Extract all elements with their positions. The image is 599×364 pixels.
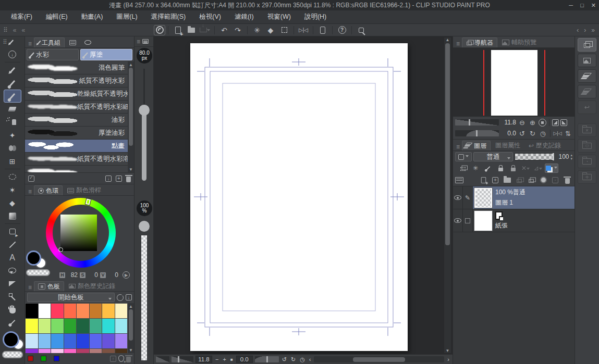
- dock-layer-property-button[interactable]: [578, 85, 596, 98]
- collapse-panel-icon[interactable]: «: [13, 27, 17, 34]
- reset-display-button[interactable]: ⇅: [564, 129, 572, 138]
- brush-list-scrollbar[interactable]: ▲ ▼: [128, 61, 134, 172]
- color-swatch[interactable]: [39, 319, 51, 333]
- color-swatch[interactable]: [26, 334, 38, 348]
- tool-blend[interactable]: [4, 142, 21, 155]
- edit-colorset-icon[interactable]: [115, 293, 125, 302]
- open-file-button[interactable]: [185, 24, 198, 36]
- scroll-down-icon[interactable]: ▼: [129, 166, 133, 172]
- import-colorset-icon[interactable]: ↓: [126, 294, 132, 300]
- tool-frame-border[interactable]: [4, 277, 21, 290]
- opacity-spinner[interactable]: ▴▾: [570, 153, 572, 161]
- menu-item[interactable]: 檢視(V): [192, 10, 228, 23]
- color-swatch[interactable]: [51, 349, 64, 353]
- color-mode-toggle-icon[interactable]: ▶: [123, 271, 130, 279]
- keep-draft-button[interactable]: [482, 164, 494, 173]
- transparent-color-chip[interactable]: [2, 351, 23, 358]
- scroll-down-icon[interactable]: ▼: [129, 347, 133, 353]
- color-swatch[interactable]: [51, 334, 64, 348]
- color-swatch[interactable]: [64, 319, 77, 333]
- dock-layer-button[interactable]: [578, 69, 596, 83]
- layer-visibility-toggle[interactable]: [453, 209, 463, 232]
- tool-text[interactable]: A: [4, 251, 21, 264]
- zoom-mini-slider[interactable]: [156, 356, 169, 362]
- dock-sub-view-button[interactable]: [578, 54, 596, 67]
- scroll-left-icon[interactable]: ‹: [308, 356, 312, 362]
- tab-navigator[interactable]: 導航器: [462, 37, 497, 47]
- scrollbar-thumb[interactable]: [129, 68, 133, 146]
- layer-check-toggle[interactable]: [463, 209, 473, 232]
- brush-opacity-thumb[interactable]: [139, 221, 150, 232]
- expand-panel-icon[interactable]: »: [591, 27, 595, 34]
- add-color-icon[interactable]: [118, 355, 124, 362]
- canvas-page[interactable]: [190, 43, 408, 351]
- delete-color-icon[interactable]: [126, 357, 131, 362]
- color-swatch[interactable]: [90, 319, 102, 333]
- rotation-slider[interactable]: [255, 356, 279, 362]
- tab-tool-property[interactable]: [66, 37, 80, 47]
- color-swatch[interactable]: [90, 349, 102, 353]
- menu-item[interactable]: 視窗(W): [261, 10, 298, 23]
- flip-view-button[interactable]: ▷|◁: [297, 24, 310, 36]
- tool-balloon[interactable]: [4, 264, 21, 277]
- layer-visibility-toggle[interactable]: [453, 186, 463, 209]
- navigator-rotation-slider[interactable]: [455, 130, 499, 136]
- tab-color-history[interactable]: 顏色歷史記錄: [65, 281, 119, 291]
- tool-pen[interactable]: [4, 64, 21, 77]
- tab-color-slider[interactable]: 顏色滑桿: [64, 185, 105, 195]
- tool-figure-grid[interactable]: ⊞: [4, 155, 21, 168]
- transfer-to-lower-layer-button[interactable]: [514, 175, 524, 185]
- import-subtool-icon[interactable]: ↓: [105, 175, 112, 182]
- tab-tool-set[interactable]: 工具組: [34, 37, 65, 47]
- menu-item[interactable]: 動畫(A): [75, 10, 110, 23]
- brush-opacity-track[interactable]: [141, 235, 147, 360]
- menu-item[interactable]: 濾鏡(I): [228, 10, 261, 23]
- fit-to-screen-icon[interactable]: [552, 119, 559, 126]
- color-swatch[interactable]: [26, 319, 38, 333]
- zoom-slider[interactable]: [172, 356, 193, 362]
- brush-size-thumb[interactable]: [139, 105, 150, 116]
- layer-row-body[interactable]: 100 %普通 圖層 1: [473, 186, 574, 209]
- undo-button[interactable]: ↶: [217, 24, 231, 36]
- new-folder-button[interactable]: [502, 175, 512, 185]
- panel-drag-handle[interactable]: ⠿: [3, 27, 8, 34]
- invert-selection-button[interactable]: ◆: [264, 24, 277, 36]
- color-swatch[interactable]: [39, 349, 51, 353]
- sv-marker[interactable]: [58, 247, 63, 252]
- replace-color-icon[interactable]: ↑: [110, 356, 116, 362]
- rotate-cw-button[interactable]: ↻: [290, 356, 297, 363]
- scroll-down-icon[interactable]: ▼: [446, 348, 450, 353]
- show-all-subtools-toggle[interactable]: [28, 175, 34, 182]
- swatch-scrollbar[interactable]: ▲ ▼: [128, 303, 134, 353]
- new-layer-dialog-button[interactable]: +: [490, 175, 500, 185]
- panel-menu-icon[interactable]: ≡: [27, 40, 33, 47]
- color-swatch[interactable]: [102, 334, 115, 348]
- tool-hand[interactable]: [4, 303, 21, 316]
- color-swatch[interactable]: [26, 304, 38, 318]
- apply-mask-button[interactable]: ◦: [550, 175, 560, 185]
- close-button[interactable]: ✕: [591, 2, 596, 9]
- color-swatch[interactable]: [77, 334, 89, 348]
- color-swatch[interactable]: [115, 304, 128, 318]
- tool-eyedropper[interactable]: [4, 316, 21, 329]
- layer-row[interactable]: 紙張: [453, 209, 574, 232]
- zoom-reset-button[interactable]: ■: [229, 357, 234, 362]
- color-swatch[interactable]: [26, 349, 38, 353]
- tool-correct-line[interactable]: [4, 290, 21, 303]
- menu-item[interactable]: 檔案(F): [4, 10, 39, 23]
- lock-transparent-pixels-button[interactable]: [507, 164, 519, 173]
- thumbnail-size-dropdown[interactable]: [455, 152, 472, 161]
- nav-actual-size-button[interactable]: [539, 119, 546, 127]
- brush-item[interactable]: [25, 166, 128, 173]
- dock-material-all-button[interactable]: ✕: [578, 123, 596, 137]
- group-watercolor[interactable]: 水彩: [27, 49, 79, 60]
- brush-item[interactable]: 紙質不透明水彩: [25, 74, 128, 87]
- navigator-preview[interactable]: [453, 48, 574, 117]
- layer-opacity-slider[interactable]: [515, 153, 555, 160]
- panel-menu-icon[interactable]: ≡: [137, 38, 140, 45]
- color-swatch[interactable]: [64, 304, 77, 318]
- delete-layer-button[interactable]: [562, 175, 572, 185]
- brush-item[interactable]: 點畫: [25, 140, 128, 153]
- flip-horizontal-button[interactable]: ▷|◁: [553, 129, 562, 138]
- clip-to-layer-below-button[interactable]: [457, 164, 469, 173]
